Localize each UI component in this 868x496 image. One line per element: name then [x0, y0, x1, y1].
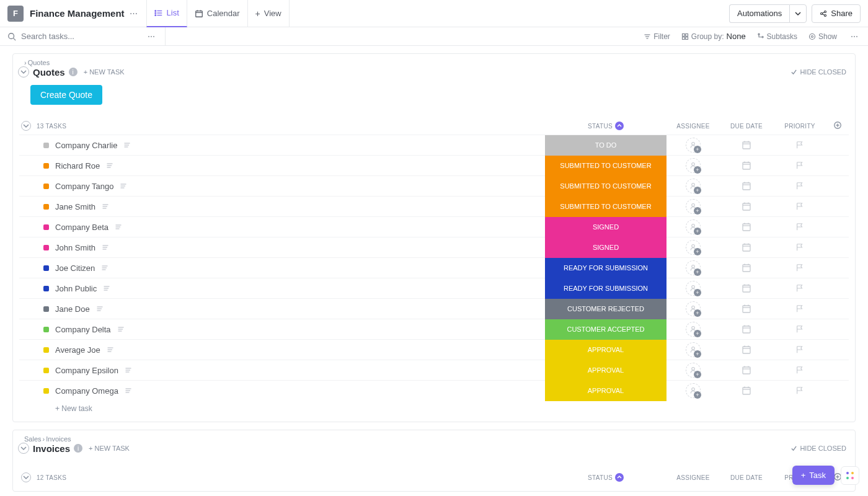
status-cell[interactable]: APPROVAL	[545, 381, 666, 401]
tab-calendar[interactable]: Calendar	[187, 0, 248, 27]
table-row[interactable]: John SmithSIGNED+	[19, 237, 849, 257]
priority-cell[interactable]	[773, 202, 826, 211]
status-cell[interactable]: TO DO	[545, 135, 666, 156]
search-input[interactable]	[21, 32, 108, 41]
add-column-button[interactable]	[826, 121, 849, 131]
status-cell[interactable]: SIGNED	[545, 237, 666, 258]
due-date-cell[interactable]	[720, 324, 773, 334]
table-row[interactable]: John PublicREADY FOR SUBMISSION+	[19, 278, 849, 298]
status-cell[interactable]: CUSTOMER ACCEPTED	[545, 319, 666, 340]
due-date-cell[interactable]	[720, 242, 773, 252]
column-priority[interactable]: PRIORITY	[773, 123, 826, 130]
info-icon[interactable]: i	[74, 444, 82, 453]
due-date-cell[interactable]	[720, 222, 773, 232]
assignee-cell[interactable]: +	[666, 260, 720, 275]
due-date-cell[interactable]	[720, 386, 773, 396]
due-date-cell[interactable]	[720, 365, 773, 375]
assignee-cell[interactable]: +	[666, 199, 720, 214]
due-date-cell[interactable]	[720, 345, 773, 355]
apps-floating-button[interactable]	[841, 466, 859, 485]
assignee-cell[interactable]: +	[666, 138, 720, 153]
collapse-all-toggle[interactable]	[21, 121, 31, 131]
priority-cell[interactable]	[773, 386, 826, 395]
status-cell[interactable]: CUSTOMER REJECTED	[545, 299, 666, 319]
show-button[interactable]: Show	[808, 32, 837, 41]
create-quote-button[interactable]: Create Quote	[30, 85, 102, 105]
hide-closed-toggle[interactable]: HIDE CLOSED	[790, 445, 846, 452]
table-row[interactable]: Joe CitizenREADY FOR SUBMISSION+	[19, 257, 849, 278]
new-task-floating-button[interactable]: + Task	[792, 466, 835, 485]
status-cell[interactable]: SIGNED	[545, 217, 666, 237]
status-cell[interactable]: SUBMITTED TO CUSTOMER	[545, 176, 666, 197]
filter-button[interactable]: Filter	[644, 32, 670, 41]
due-date-cell[interactable]	[720, 263, 773, 273]
info-icon[interactable]: i	[69, 68, 78, 76]
table-row[interactable]: Company TangoSUBMITTED TO CUSTOMER+	[19, 175, 849, 196]
assignee-cell[interactable]: +	[666, 158, 720, 173]
due-date-cell[interactable]	[720, 181, 773, 191]
column-due-date[interactable]: DUE DATE	[720, 474, 773, 481]
status-cell[interactable]: SUBMITTED TO CUSTOMER	[545, 197, 666, 217]
new-task-link[interactable]: + NEW TASK	[84, 68, 125, 76]
priority-cell[interactable]	[773, 161, 826, 170]
table-row[interactable]: Average JoeAPPROVAL+	[19, 339, 849, 360]
table-row[interactable]: Company CharlieTO DO+	[19, 135, 849, 155]
table-row[interactable]: Company EpsilonAPPROVAL+	[19, 360, 849, 380]
assignee-cell[interactable]: +	[666, 383, 720, 398]
automations-button[interactable]: Automations	[729, 4, 789, 23]
table-row[interactable]: Jane SmithSUBMITTED TO CUSTOMER+	[19, 196, 849, 216]
column-assignee[interactable]: ASSIGNEE	[666, 474, 720, 481]
collapse-toggle[interactable]	[18, 443, 29, 454]
priority-cell[interactable]	[773, 366, 826, 374]
hide-closed-toggle[interactable]: HIDE CLOSED	[790, 68, 846, 76]
search-more-icon[interactable]: ⋯	[145, 32, 157, 41]
assignee-cell[interactable]: +	[666, 342, 720, 357]
table-row[interactable]: Company DeltaCUSTOMER ACCEPTED+	[19, 319, 849, 339]
new-task-row[interactable]: + New task	[19, 401, 849, 417]
status-cell[interactable]: APPROVAL	[545, 340, 666, 360]
priority-cell[interactable]	[773, 345, 826, 354]
due-date-cell[interactable]	[720, 140, 773, 150]
assignee-cell[interactable]: +	[666, 281, 720, 296]
toolbar-more-icon[interactable]: ⋯	[848, 32, 861, 41]
table-row[interactable]: Company BetaSIGNED+	[19, 216, 849, 237]
due-date-cell[interactable]	[720, 304, 773, 314]
automations-dropdown[interactable]	[789, 4, 807, 23]
breadcrumb-item[interactable]: Invoices	[46, 435, 71, 443]
assignee-cell[interactable]: +	[666, 240, 720, 255]
tab-add-view[interactable]: + View	[248, 0, 290, 27]
table-row[interactable]: Jane DoeCUSTOMER REJECTED+	[19, 298, 849, 319]
assignee-cell[interactable]: +	[666, 219, 720, 234]
priority-cell[interactable]	[773, 141, 826, 149]
priority-cell[interactable]	[773, 304, 826, 313]
due-date-cell[interactable]	[720, 283, 773, 293]
priority-cell[interactable]	[773, 284, 826, 293]
due-date-cell[interactable]	[720, 202, 773, 211]
tab-list[interactable]: List	[146, 0, 187, 27]
status-cell[interactable]: READY FOR SUBMISSION	[545, 278, 666, 299]
share-button[interactable]: Share	[812, 4, 861, 23]
collapse-all-toggle[interactable]	[21, 472, 31, 482]
priority-cell[interactable]	[773, 264, 826, 272]
assignee-cell[interactable]: +	[666, 301, 720, 316]
more-icon[interactable]: ⋯	[127, 9, 140, 18]
assignee-cell[interactable]: +	[666, 363, 720, 378]
column-status[interactable]: STATUS	[545, 473, 666, 482]
column-status[interactable]: STATUS	[545, 122, 666, 130]
assignee-cell[interactable]: +	[666, 322, 720, 337]
status-cell[interactable]: APPROVAL	[545, 360, 666, 381]
subtasks-button[interactable]: Subtasks	[757, 32, 797, 41]
breadcrumb-item[interactable]: Sales	[24, 435, 42, 443]
priority-cell[interactable]	[773, 182, 826, 190]
priority-cell[interactable]	[773, 325, 826, 334]
status-cell[interactable]: SUBMITTED TO CUSTOMER	[545, 156, 666, 176]
collapse-toggle[interactable]	[18, 66, 29, 78]
new-task-link[interactable]: + NEW TASK	[89, 445, 130, 452]
group-by-button[interactable]: Group by: None	[681, 32, 746, 41]
breadcrumb-item[interactable]: Quotes	[28, 59, 50, 66]
column-assignee[interactable]: ASSIGNEE	[666, 123, 720, 130]
table-row[interactable]: Company OmegaAPPROVAL+	[19, 380, 849, 401]
priority-cell[interactable]	[773, 243, 826, 252]
column-due-date[interactable]: DUE DATE	[720, 123, 773, 130]
priority-cell[interactable]	[773, 223, 826, 231]
